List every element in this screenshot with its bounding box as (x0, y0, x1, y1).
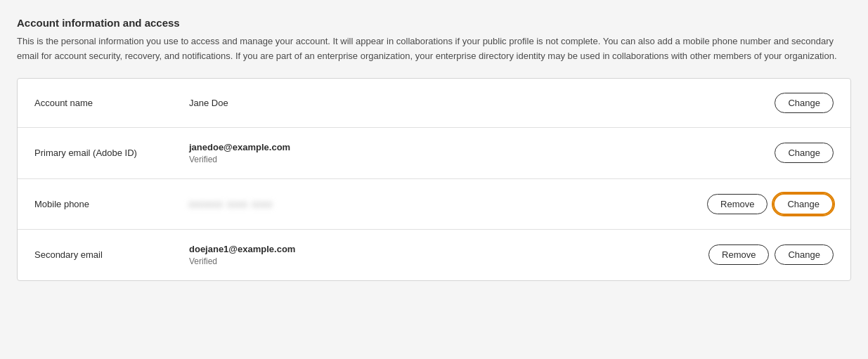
actions-secondary-email: Remove Change (708, 244, 834, 265)
label-primary-email: Primary email (Adobe ID) (34, 148, 189, 158)
actions-mobile-phone: Remove Change (707, 193, 834, 215)
value-mobile-phone: ●●●●● ●●● ●●● (189, 199, 707, 209)
label-account-name: Account name (34, 98, 189, 108)
info-table: Account name Jane Doe Change Primary ema… (17, 78, 851, 281)
value-primary-email: janedoe@example.com Verified (189, 142, 775, 164)
mobile-phone-blurred: ●●●●● ●●● ●●● (189, 199, 273, 209)
remove-secondary-email-button[interactable]: Remove (708, 244, 769, 265)
section-title: Account information and access (17, 17, 851, 29)
label-secondary-email: Secondary email (34, 249, 189, 260)
row-mobile-phone: Mobile phone ●●●●● ●●● ●●● Remove Change (18, 179, 850, 230)
change-mobile-phone-button[interactable]: Change (773, 193, 834, 215)
section-description: This is the personal information you use… (17, 34, 851, 64)
actions-account-name: Change (775, 93, 834, 113)
value-account-name: Jane Doe (189, 98, 775, 108)
change-secondary-email-button[interactable]: Change (775, 244, 834, 265)
change-account-name-button[interactable]: Change (775, 93, 834, 113)
section-header: Account information and access This is t… (17, 17, 851, 64)
row-account-name: Account name Jane Doe Change (18, 79, 850, 128)
row-primary-email: Primary email (Adobe ID) janedoe@example… (18, 128, 850, 179)
actions-primary-email: Change (775, 143, 834, 163)
change-primary-email-button[interactable]: Change (775, 143, 834, 163)
value-secondary-email: doejane1@example.com Verified (189, 244, 708, 266)
label-mobile-phone: Mobile phone (34, 199, 189, 209)
page-container: Account information and access This is t… (17, 17, 851, 281)
row-secondary-email: Secondary email doejane1@example.com Ver… (18, 230, 850, 280)
remove-mobile-phone-button[interactable]: Remove (707, 194, 767, 214)
